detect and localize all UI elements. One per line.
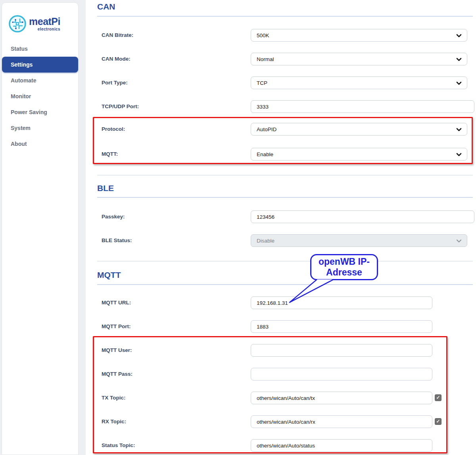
settings-panel: CAN CAN Bitrate: 500K CAN Mode: Normal P… [86,0,476,455]
form-row-mqtt-enable: MQTT: Enable [86,148,476,161]
select-value: AutoPID [257,126,461,132]
tcp-udp-port-input[interactable] [251,100,474,113]
form-row-rx-topic: RX Topic: ✓ [86,415,476,428]
form-row-can-mode: CAN Mode: Normal [86,53,476,65]
mqtt-enable-select[interactable]: Enable [251,148,467,161]
tx-topic-label: TX Topic: [102,395,126,401]
chevron-down-icon [456,80,462,86]
select-value: Disable [257,238,461,244]
form-row-mqtt-user: MQTT User: [86,344,476,357]
section-title-mqtt: MQTT [97,270,121,280]
form-row-protocol: Protocol: AutoPID [86,123,476,136]
form-row-tcp-udp-port: TCP/UDP Port: [86,100,476,113]
tx-topic-checkbox[interactable]: ✓ [435,394,441,401]
form-row-port-type: Port Type: TCP [86,76,476,89]
passkey-label: Passkey: [102,214,125,220]
brand-name: meatPi [29,17,60,27]
sidebar-item-about[interactable]: About [2,136,78,152]
mqtt-enable-label: MQTT: [102,151,118,157]
chevron-down-icon [456,126,462,133]
divider [97,261,473,262]
select-value: Enable [257,151,461,157]
divider [97,197,473,198]
can-bitrate-select[interactable]: 500K [251,29,467,42]
form-row-mqtt-url: MQTT URL: [86,296,476,309]
form-row-mqtt-pass: MQTT Pass: [86,368,476,380]
sidebar-item-system[interactable]: System [2,120,78,136]
section-title-can: CAN [97,2,115,11]
can-mode-label: CAN Mode: [102,56,131,62]
form-row-tx-topic: TX Topic: ✓ [86,392,476,404]
chevron-down-icon [456,238,462,244]
status-topic-label: Status Topic: [102,442,135,448]
tx-topic-input[interactable] [251,392,432,404]
sidebar-item-power-saving[interactable]: Power Saving [2,104,78,120]
passkey-input[interactable] [251,210,474,223]
chevron-down-icon [456,56,462,63]
form-row-passkey: Passkey: [86,210,476,223]
mqtt-user-input[interactable] [251,344,432,357]
mqtt-user-label: MQTT User: [102,347,132,353]
ble-status-select: Disable [251,234,467,247]
mqtt-pass-label: MQTT Pass: [102,371,132,377]
tcp-udp-port-label: TCP/UDP Port: [102,103,139,109]
can-bitrate-label: CAN Bitrate: [102,32,133,38]
form-row-can-bitrate: CAN Bitrate: 500K [86,29,476,42]
brand-logo: meatPi electronics [8,15,60,33]
select-value: Normal [257,56,461,62]
annotation-bubble-line1: openWB IP- [319,256,370,267]
sidebar-item-automate[interactable]: Automate [2,73,78,88]
rx-topic-label: RX Topic: [102,419,126,424]
mqtt-port-label: MQTT Port: [102,323,131,329]
annotation-bubble: openWB IP- Adresse [310,254,378,280]
divider [97,175,473,176]
sidebar-nav: Status Settings Automate Monitor Power S… [2,41,78,152]
section-title-ble: BLE [97,184,114,193]
form-row-mqtt-port: MQTT Port: [86,320,476,333]
form-row-ble-status: BLE Status: Disable [86,234,476,247]
sidebar-item-monitor[interactable]: Monitor [2,88,78,104]
divider [97,16,473,17]
sidebar-item-settings[interactable]: Settings [2,57,78,73]
can-mode-select[interactable]: Normal [251,53,467,65]
meatpi-circuit-icon [8,15,27,33]
protocol-label: Protocol: [102,126,125,132]
ble-status-label: BLE Status: [102,237,132,243]
divider [97,284,473,285]
mqtt-url-label: MQTT URL: [102,300,131,306]
sidebar-item-status[interactable]: Status [2,41,78,57]
port-type-select[interactable]: TCP [251,76,467,89]
brand-subtitle: electronics [38,27,60,31]
rx-topic-checkbox[interactable]: ✓ [435,418,441,425]
mqtt-pass-input[interactable] [251,368,432,380]
chevron-down-icon [456,32,462,39]
annotation-bubble-line2: Adresse [326,267,362,278]
port-type-label: Port Type: [102,80,128,86]
select-value: 500K [257,32,461,38]
form-row-status-topic: Status Topic: [86,439,476,452]
sidebar: meatPi electronics Status Settings Autom… [2,2,79,455]
chevron-down-icon [456,151,462,158]
mqtt-url-input[interactable] [251,296,432,309]
select-value: TCP [257,80,461,86]
protocol-select[interactable]: AutoPID [251,123,467,136]
status-topic-input[interactable] [251,439,432,452]
mqtt-port-input[interactable] [251,320,432,333]
rx-topic-input[interactable] [251,415,432,428]
